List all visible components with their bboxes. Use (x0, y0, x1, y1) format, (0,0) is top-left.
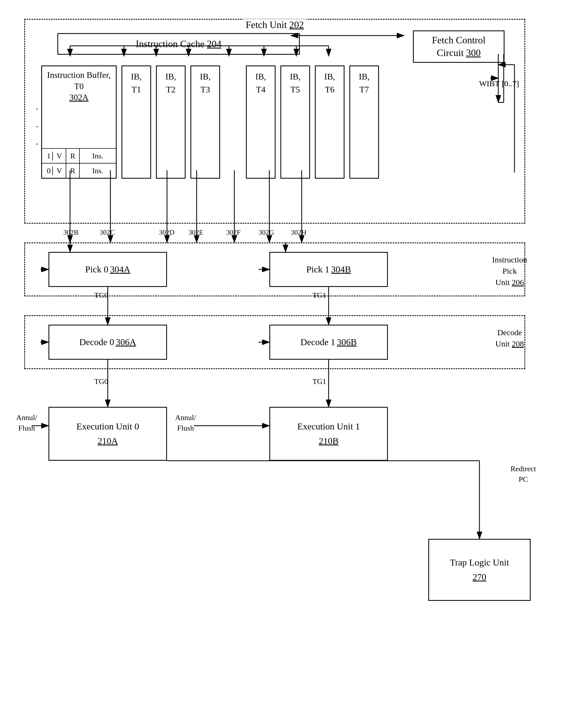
instruction-cache-label: Instruction Cache 204 (136, 38, 221, 49)
ib-t0-box: Instruction Buffer, T0302A 1 V R Ins. 0 … (41, 66, 117, 178)
pick1-box: Pick 1 304B (270, 252, 388, 287)
ib-row-1: 1 V R Ins. (42, 148, 116, 163)
cell-r-1: R (66, 149, 80, 163)
redirect-pc-label: RedirectPC (510, 463, 536, 484)
signal-302h: 302H (291, 229, 306, 237)
trap-logic-box: Trap Logic Unit 270 (428, 539, 531, 601)
decode1-box: Decode 1 306B (270, 325, 388, 360)
ib-t1-box: IB,T1 (121, 66, 151, 178)
ib-t3-box: IB,T3 (191, 66, 220, 178)
signal-302d: 302D (159, 229, 174, 237)
pick-unit-label: InstructionPickUnit 206 (489, 254, 530, 288)
tg1-pick-label: TG1 (313, 291, 326, 299)
ib-row-0: 0 V R Ins. (42, 163, 116, 178)
tg0-decode-label: TG0 (94, 377, 108, 386)
diagram-container: Fetch Unit 202 Instruction Cache 204 Fet… (16, 11, 558, 717)
cell-v-0: V (53, 164, 66, 178)
exec1-box: Execution Unit 1 210B (270, 407, 388, 461)
ib-t6-box: IB,T6 (315, 66, 344, 178)
signal-302f: 302F (226, 229, 241, 237)
fetch-control-box: Fetch ControlCircuit 300 (413, 31, 504, 63)
decode0-box: Decode 0 306A (48, 325, 167, 360)
row-num-0: 0 (42, 166, 53, 175)
instruction-cache-id: 204 (207, 39, 221, 49)
ib-t5-box: IB,T5 (280, 66, 310, 178)
fetch-control-id: 300 (466, 47, 481, 58)
pick0-box: Pick 0 304A (48, 252, 167, 287)
ib-t7-box: IB,T7 (350, 66, 379, 178)
signal-302g: 302G (258, 229, 274, 237)
gap (225, 66, 241, 178)
dots-label: ··· (36, 100, 38, 153)
ib-t4-box: IB,T4 (246, 66, 276, 178)
ib-row: Instruction Buffer, T0302A 1 V R Ins. 0 … (41, 66, 379, 178)
cell-ins-1: Ins. (80, 152, 116, 160)
fetch-unit-label: Fetch Unit 202 (243, 19, 306, 31)
cell-ins-0: Ins. (80, 166, 116, 175)
fetch-control-label: Fetch ControlCircuit 300 (432, 34, 486, 59)
fetch-unit-id: 202 (289, 19, 304, 30)
signal-302b: 302B (63, 229, 78, 237)
cell-v-1: V (53, 149, 66, 163)
decode-unit-label: DecodeUnit 208 (489, 327, 530, 350)
signal-302e: 302E (189, 229, 203, 237)
signal-302c: 302C (100, 229, 115, 237)
tg1-decode-label: TG1 (313, 377, 326, 386)
instruction-cache-box: Instruction Cache 204 (57, 33, 300, 55)
tg0-pick-label: TG0 (94, 291, 108, 299)
ib-table: 1 V R Ins. 0 V R Ins. (42, 148, 116, 178)
ib-t2-box: IB,T2 (156, 66, 186, 178)
annul-flush-left: Annul/Flush (16, 412, 37, 433)
annul-flush-right: Annul/Flush (175, 412, 196, 433)
row-num-1: 1 (42, 152, 53, 160)
fetch-unit-box: Fetch Unit 202 Instruction Cache 204 Fet… (24, 19, 525, 224)
ib-t0-label: Instruction Buffer, T0302A (42, 66, 116, 103)
cell-r-0: R (66, 164, 80, 178)
exec0-box: Execution Unit 0 210A (48, 407, 167, 461)
wibt-label: WIBT [0..7] (479, 79, 519, 88)
